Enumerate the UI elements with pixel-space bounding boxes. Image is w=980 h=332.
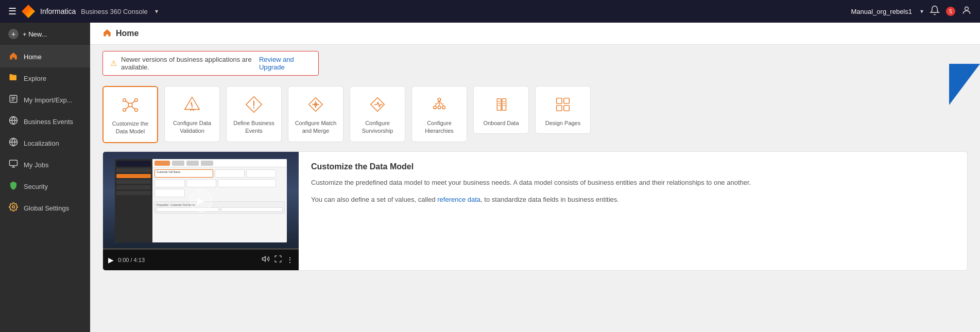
svg-rect-34 bbox=[497, 99, 501, 111]
svg-point-26 bbox=[438, 98, 441, 101]
more-options-icon[interactable]: ⋮ bbox=[286, 256, 294, 264]
svg-rect-45 bbox=[564, 106, 569, 111]
fullscreen-icon[interactable] bbox=[274, 255, 282, 265]
alert-banner: ⚠ Newer versions of business application… bbox=[102, 51, 319, 76]
onboard-data-icon bbox=[491, 95, 511, 114]
reference-data-link[interactable]: reference data bbox=[437, 196, 480, 203]
svg-point-22 bbox=[192, 107, 193, 108]
design-pages-icon bbox=[553, 95, 573, 114]
card-configure-match-merge[interactable]: Configure Match and Merge bbox=[288, 86, 343, 142]
sidebar-item-jobs[interactable]: My Jobs bbox=[0, 154, 90, 176]
sidebar-item-security[interactable]: Security bbox=[0, 176, 90, 197]
content-area: Home ⚠ Newer versions of business applic… bbox=[90, 23, 980, 332]
svg-point-14 bbox=[123, 99, 126, 102]
card-label-data-validation: Configure Data Validation bbox=[169, 119, 215, 135]
video-controls: ▶ 0:00 / 4:13 ⋮ bbox=[103, 250, 299, 270]
brand-chevron-icon[interactable]: ▾ bbox=[155, 8, 158, 15]
video-tabs bbox=[152, 159, 287, 167]
card-label-match-merge: Configure Match and Merge bbox=[293, 119, 339, 135]
customize-data-model-icon bbox=[121, 95, 140, 115]
topbar-left: ☰ Informatica Business 360 Console ▾ bbox=[8, 5, 158, 18]
user-icon[interactable] bbox=[961, 5, 972, 18]
sidebar-item-localization[interactable]: Localization bbox=[0, 132, 90, 154]
sidebar-label-import: My Import/Exp... bbox=[24, 96, 73, 104]
sidebar-item-import[interactable]: My Import/Exp... bbox=[0, 89, 90, 111]
shield-icon bbox=[8, 181, 19, 192]
sidebar-item-settings[interactable]: Global Settings bbox=[0, 197, 90, 219]
video-desc-title: Customize the Data Model bbox=[311, 162, 955, 171]
define-business-events-icon bbox=[244, 95, 264, 114]
svg-point-17 bbox=[135, 109, 138, 112]
svg-point-29 bbox=[442, 106, 445, 109]
card-design-pages[interactable]: Design Pages bbox=[535, 86, 591, 134]
main-layout: + + New... Home Explore My Import/Exp... bbox=[0, 23, 980, 332]
brand-app-name: Business 360 Console bbox=[81, 8, 147, 15]
svg-rect-35 bbox=[502, 99, 506, 111]
card-define-business-events[interactable]: Define Business Events bbox=[226, 86, 282, 142]
card-configure-hierarchies[interactable]: Configure Hierarchies bbox=[411, 86, 467, 142]
card-configure-survivorship[interactable]: Configure Survivorship bbox=[350, 86, 405, 142]
play-control-icon[interactable]: ▶ bbox=[108, 256, 114, 264]
alert-message: Newer versions of business applications … bbox=[121, 56, 255, 71]
home-icon bbox=[8, 51, 19, 62]
video-desc-text-2: You can also define a set of values, cal… bbox=[311, 195, 955, 205]
video-screenshot: Customer Full Name Properties · Cu bbox=[103, 152, 299, 250]
card-label-hierarchies: Configure Hierarchies bbox=[416, 119, 462, 135]
decorative-triangle bbox=[949, 64, 980, 105]
org-chevron-icon[interactable]: ▾ bbox=[920, 8, 923, 15]
alert-link[interactable]: Review and Upgrade bbox=[259, 56, 311, 71]
sidebar-label-events: Business Events bbox=[24, 118, 73, 126]
new-button[interactable]: + + New... bbox=[0, 23, 90, 46]
brand-logo-icon bbox=[22, 5, 35, 18]
configure-survivorship-icon bbox=[368, 95, 387, 114]
alert-warning-icon: ⚠ bbox=[110, 59, 117, 68]
video-player[interactable]: Customer Full Name Properties · Cu bbox=[103, 152, 299, 270]
svg-line-20 bbox=[126, 107, 129, 109]
svg-rect-42 bbox=[557, 98, 562, 103]
cards-container: Customize the Data Model Configure Data … bbox=[90, 82, 980, 151]
svg-line-19 bbox=[132, 101, 135, 103]
jobs-icon bbox=[8, 159, 19, 170]
play-button[interactable]: ▶ bbox=[190, 189, 212, 212]
video-description: Customize the Data Model Customize the p… bbox=[299, 152, 967, 270]
sidebar-item-explore[interactable]: Explore bbox=[0, 67, 90, 89]
svg-line-21 bbox=[132, 107, 135, 109]
folder-icon bbox=[8, 73, 19, 84]
sidebar-label-localization: Localization bbox=[24, 139, 59, 147]
svg-rect-9 bbox=[10, 160, 18, 166]
card-label-design-pages: Design Pages bbox=[545, 119, 581, 127]
hamburger-icon[interactable]: ☰ bbox=[8, 6, 16, 17]
new-button-label: + New... bbox=[23, 30, 47, 38]
svg-point-12 bbox=[12, 206, 15, 208]
volume-icon[interactable] bbox=[262, 255, 270, 265]
sidebar-item-home[interactable]: Home bbox=[0, 46, 90, 67]
progress-bar-container bbox=[103, 248, 299, 250]
card-onboard-data[interactable]: Onboard Data bbox=[473, 86, 529, 134]
svg-point-28 bbox=[438, 106, 441, 109]
sidebar-label-settings: Global Settings bbox=[24, 204, 69, 212]
topbar-right: Manual_org_rebels1 ▾ 5 bbox=[851, 5, 972, 18]
video-section: Customer Full Name Properties · Cu bbox=[102, 151, 968, 271]
svg-rect-43 bbox=[564, 98, 569, 103]
configure-data-validation-icon bbox=[182, 95, 202, 114]
video-content: Customer Full Name Properties · Cu bbox=[152, 159, 287, 242]
configure-match-merge-icon bbox=[306, 95, 325, 114]
org-name[interactable]: Manual_org_rebels1 bbox=[851, 8, 912, 15]
card-label-onboard-data: Onboard Data bbox=[483, 119, 519, 127]
svg-point-13 bbox=[128, 103, 132, 107]
brand-name: Informatica bbox=[40, 7, 76, 15]
import-icon bbox=[8, 94, 19, 106]
card-label-customize: Customize the Data Model bbox=[108, 120, 153, 136]
sidebar-label-jobs: My Jobs bbox=[24, 161, 48, 169]
topbar: ☰ Informatica Business 360 Console ▾ Man… bbox=[0, 0, 980, 23]
svg-marker-46 bbox=[262, 257, 265, 261]
sidebar-item-events[interactable]: Business Events bbox=[0, 111, 90, 132]
svg-line-18 bbox=[126, 101, 129, 103]
page-header: Home bbox=[90, 23, 980, 45]
video-desc-text-1: Customize the predefined data model to m… bbox=[311, 178, 955, 188]
card-configure-data-validation[interactable]: Configure Data Validation bbox=[164, 86, 220, 142]
notification-icon[interactable] bbox=[930, 5, 940, 18]
notification-badge: 5 bbox=[946, 7, 955, 16]
svg-point-16 bbox=[123, 109, 126, 112]
card-customize-data-model[interactable]: Customize the Data Model bbox=[102, 86, 158, 143]
